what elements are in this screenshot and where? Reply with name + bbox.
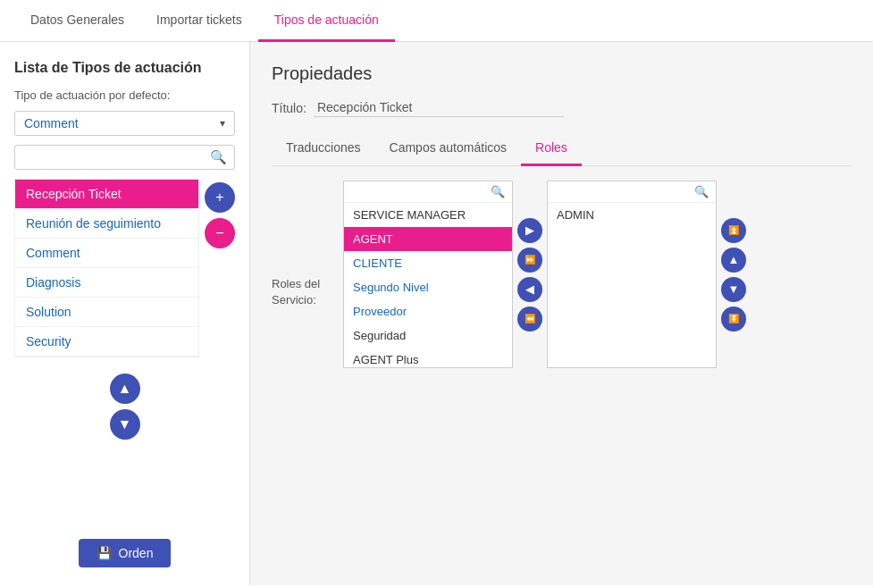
list-item[interactable]: Recepción Ticket <box>15 180 198 209</box>
role-item[interactable]: Seguridad <box>344 323 512 348</box>
right-roles-list: 🔍 ADMIN <box>547 181 717 368</box>
chevron-down-icon: ▾ <box>220 117 225 130</box>
list-item[interactable]: Security <box>15 327 198 357</box>
transfer-all-left-button[interactable]: ⏪ <box>517 307 542 332</box>
main-layout: Lista de Tipos de actuación Tipo de actu… <box>0 42 873 585</box>
tab-traducciones[interactable]: Traducciones <box>272 131 375 166</box>
assigned-role-item[interactable]: ADMIN <box>548 203 716 227</box>
role-item[interactable]: AGENT Plus <box>344 348 512 367</box>
right-move-bottom-button[interactable]: ⏬ <box>721 307 746 332</box>
role-item[interactable]: AGENT <box>344 227 512 251</box>
tab-datos-generales[interactable]: Datos Generales <box>14 0 140 42</box>
type-list: Recepción Ticket Reunión de seguimiento … <box>14 179 199 357</box>
tab-tipos-actuacion[interactable]: Tipos de actuación <box>258 0 395 42</box>
role-item[interactable]: Proveedor <box>344 299 512 323</box>
assigned-roles-box: 🔍 ADMIN <box>547 181 717 368</box>
add-remove-btns: + − <box>205 179 235 357</box>
list-item[interactable]: Diagnosis <box>15 268 198 298</box>
move-up-button[interactable]: ▲ <box>110 374 140 404</box>
left-panel-title: Lista de Tipos de actuación <box>14 60 235 76</box>
right-list-search-input[interactable] <box>555 185 694 198</box>
search-icon: 🔍 <box>210 149 227 165</box>
left-list-search-input[interactable] <box>351 185 491 198</box>
role-item[interactable]: CLIENTE <box>344 251 512 275</box>
right-list-items: ADMIN <box>548 203 716 367</box>
default-value: Comment <box>24 116 79 130</box>
move-buttons: ▲ ▼ <box>14 374 235 440</box>
add-item-button[interactable]: + <box>205 182 235 213</box>
right-move-down-button[interactable]: ▼ <box>721 277 746 302</box>
role-item[interactable]: Segundo Nivel <box>344 275 512 299</box>
right-order-buttons: ⏫ ▲ ▼ ⏬ <box>717 218 751 332</box>
roles-label: Roles del Servicio: <box>272 240 343 308</box>
right-panel: Propiedades Título: Traducciones Campos … <box>250 42 873 585</box>
service-roles-box: 🔍 SERVICE MANAGER AGENT CLIENTE <box>343 181 513 368</box>
transfer-buttons: ▶ ⏩ ◀ ⏪ <box>513 218 547 332</box>
left-search-icon: 🔍 <box>491 185 505 198</box>
title-label: Título: <box>272 101 306 115</box>
remove-item-button[interactable]: − <box>205 218 235 248</box>
title-input[interactable] <box>314 98 564 117</box>
transfer-right-button[interactable]: ▶ <box>517 218 542 243</box>
search-input[interactable] <box>22 151 205 164</box>
search-box: 🔍 <box>14 145 235 170</box>
list-item[interactable]: Solution <box>15 298 198 327</box>
left-list-search-bar: 🔍 <box>344 181 512 203</box>
list-with-actions: Recepción Ticket Reunión de seguimiento … <box>14 179 235 357</box>
right-move-up-button[interactable]: ▲ <box>721 248 746 273</box>
transfer-all-right-button[interactable]: ⏩ <box>517 248 542 273</box>
tab-roles[interactable]: Roles <box>521 131 582 166</box>
left-list-items: SERVICE MANAGER AGENT CLIENTE Segundo Ni… <box>344 203 512 367</box>
inner-tabs: Traducciones Campos automáticos Roles <box>272 131 852 166</box>
save-icon: 💾 <box>97 546 112 560</box>
right-move-top-button[interactable]: ⏫ <box>721 218 746 243</box>
role-item[interactable]: SERVICE MANAGER <box>344 203 512 227</box>
top-tabs-bar: Datos Generales Importar tickets Tipos d… <box>0 0 873 42</box>
left-panel-subtitle: Tipo de actuación por defecto: <box>14 88 235 102</box>
left-panel: Lista de Tipos de actuación Tipo de actu… <box>0 42 250 585</box>
tab-importar-tickets[interactable]: Importar tickets <box>140 0 258 42</box>
roles-area: Roles del Servicio: 🔍 SERVICE MANAGER <box>272 181 852 368</box>
order-button[interactable]: 💾 Orden <box>79 539 172 567</box>
left-roles-list: 🔍 SERVICE MANAGER AGENT CLIENTE <box>343 181 513 368</box>
right-list-search-bar: 🔍 <box>548 181 716 203</box>
props-title: Propiedades <box>272 63 852 84</box>
transfer-left-button[interactable]: ◀ <box>517 277 542 302</box>
default-dropdown[interactable]: Comment ▾ <box>14 111 235 136</box>
tab-campos-automaticos[interactable]: Campos automáticos <box>375 131 522 166</box>
title-row: Título: <box>272 98 852 117</box>
list-item[interactable]: Reunión de seguimiento <box>15 209 198 239</box>
right-search-icon: 🔍 <box>694 185 709 198</box>
list-item[interactable]: Comment <box>15 239 198 268</box>
move-down-button[interactable]: ▼ <box>110 409 140 440</box>
